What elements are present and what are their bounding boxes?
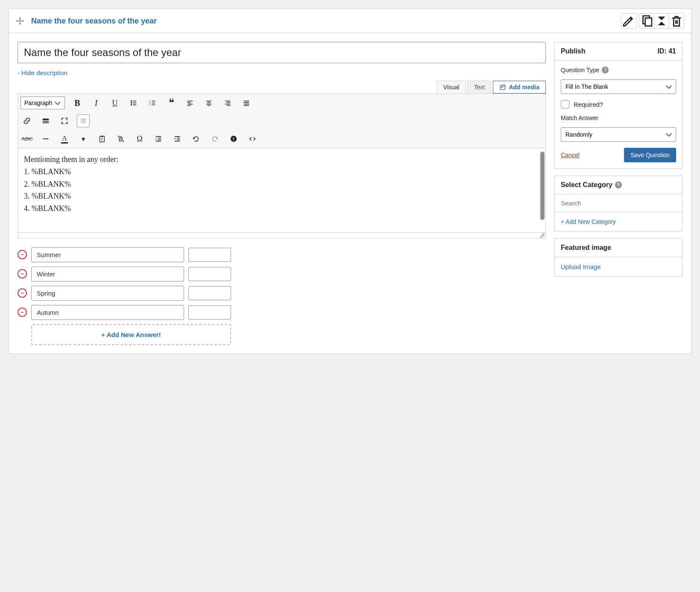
match-answer-label: Match Answer [561, 114, 676, 121]
add-media-label: Add media [509, 84, 539, 91]
paragraph-select[interactable]: Paragraph [21, 97, 65, 109]
bullet-list-icon[interactable] [127, 97, 140, 109]
align-center-icon[interactable] [202, 97, 215, 109]
editor-content[interactable]: Mentioning them in any order: 1. %BLANK%… [18, 148, 546, 233]
required-label: Required? [574, 101, 603, 108]
svg-text:?: ? [232, 137, 234, 141]
remove-answer-icon[interactable]: − [18, 269, 27, 278]
svg-rect-18 [101, 136, 103, 137]
match-answer-select[interactable]: Randomly [561, 127, 676, 142]
undo-icon[interactable] [190, 132, 202, 145]
featured-image-title: Featured image [561, 244, 611, 252]
question-title-input[interactable] [18, 42, 546, 63]
question-type-select[interactable]: Fill In The Blank [561, 79, 676, 94]
tab-visual[interactable]: Visual [437, 81, 466, 94]
remove-answer-icon[interactable]: − [18, 308, 27, 317]
strikethrough-icon[interactable]: ABC [21, 132, 33, 145]
clear-format-icon[interactable] [114, 132, 127, 145]
svg-rect-13 [43, 123, 49, 123]
edit-button[interactable] [621, 13, 636, 29]
svg-text:T: T [101, 138, 103, 141]
editor-resize-handle[interactable] [18, 233, 546, 239]
question-card: Name the four seasons of the year [9, 9, 691, 354]
upload-image-link[interactable]: Upload Image [561, 263, 676, 270]
card-header: Name the four seasons of the year [9, 9, 691, 33]
link-icon[interactable] [21, 114, 33, 127]
category-title: Select Category [561, 181, 612, 189]
svg-point-7 [131, 105, 132, 106]
answer-score-input[interactable] [188, 248, 231, 262]
align-justify-icon[interactable] [240, 97, 253, 109]
add-new-answer-button[interactable]: + Add New Answer! [31, 324, 231, 345]
toolbar-toggle-icon[interactable] [77, 114, 90, 127]
svg-rect-16 [81, 122, 86, 123]
italic-icon[interactable]: I [90, 97, 103, 109]
add-media-button[interactable]: Add media [493, 81, 546, 94]
quote-icon[interactable]: ❝ [165, 97, 178, 109]
indent-icon[interactable] [171, 132, 184, 145]
svg-rect-14 [81, 119, 86, 120]
answers-list: − − − − [18, 247, 231, 345]
tab-text[interactable]: Text [468, 81, 492, 94]
category-panel: Select Category ? + Add New Category [554, 176, 682, 232]
required-checkbox[interactable] [561, 100, 569, 108]
hide-description-toggle[interactable]: - Hide description [18, 69, 67, 76]
drag-handle-icon[interactable] [16, 17, 24, 25]
scrollbar[interactable] [540, 152, 545, 220]
answer-row: − [18, 286, 231, 301]
answer-row: − [18, 305, 231, 320]
text-color-caret-icon[interactable]: ▾ [77, 132, 90, 145]
svg-rect-11 [43, 119, 49, 120]
text-color-icon[interactable]: A [58, 132, 71, 145]
redo-icon[interactable] [208, 132, 221, 145]
numbered-list-icon[interactable]: 123 [146, 97, 159, 109]
fullscreen-icon[interactable] [58, 114, 71, 127]
question-id-label: ID: 41 [657, 47, 676, 55]
answer-input[interactable] [31, 267, 184, 281]
svg-text:3: 3 [149, 103, 150, 106]
hr-icon[interactable] [39, 132, 52, 145]
publish-panel: Publish ID: 41 Question Type ? Fill In T… [554, 42, 682, 169]
help-icon[interactable]: ? [615, 182, 622, 188]
svg-rect-12 [43, 121, 49, 122]
answer-input[interactable] [31, 305, 184, 320]
svg-rect-1 [645, 18, 652, 26]
save-question-button[interactable]: Save Question [624, 148, 676, 162]
publish-title: Publish [561, 47, 586, 55]
svg-rect-15 [81, 120, 86, 122]
question-type-label: Question Type ? [561, 67, 676, 73]
read-more-icon[interactable] [39, 114, 52, 127]
delete-button[interactable] [669, 13, 684, 29]
category-search-input[interactable] [555, 194, 682, 212]
answer-row: − [18, 247, 231, 262]
answer-score-input[interactable] [188, 305, 231, 319]
answer-score-input[interactable] [188, 267, 231, 281]
answer-score-input[interactable] [188, 286, 231, 300]
duplicate-button[interactable] [639, 13, 654, 29]
svg-point-6 [131, 103, 132, 103]
underline-icon[interactable]: U [108, 97, 121, 109]
featured-image-panel: Featured image Upload Image [554, 238, 682, 277]
bold-icon[interactable]: B [71, 97, 84, 109]
cancel-link[interactable]: Cancel [561, 152, 580, 158]
svg-point-5 [131, 101, 132, 102]
remove-answer-icon[interactable]: − [18, 288, 27, 298]
answer-row: − [18, 267, 231, 281]
remove-answer-icon[interactable]: − [18, 250, 27, 259]
align-left-icon[interactable] [184, 97, 196, 109]
help-icon[interactable]: ? [602, 67, 609, 73]
answer-input[interactable] [31, 247, 184, 262]
svg-point-3 [502, 87, 503, 88]
question-title-link[interactable]: Name the four seasons of the year [31, 17, 614, 26]
special-char-icon[interactable]: Ω [133, 132, 146, 145]
help-icon[interactable]: ? [227, 132, 240, 145]
paste-text-icon[interactable]: T [96, 132, 108, 145]
move-button[interactable] [654, 13, 669, 29]
align-right-icon[interactable] [221, 97, 234, 109]
outdent-icon[interactable] [152, 132, 165, 145]
answer-input[interactable] [31, 286, 184, 301]
add-category-link[interactable]: + Add New Category [561, 218, 676, 225]
editor-toolbar: Paragraph B I U 123 ❝ [18, 94, 546, 148]
code-icon[interactable] [246, 132, 259, 145]
